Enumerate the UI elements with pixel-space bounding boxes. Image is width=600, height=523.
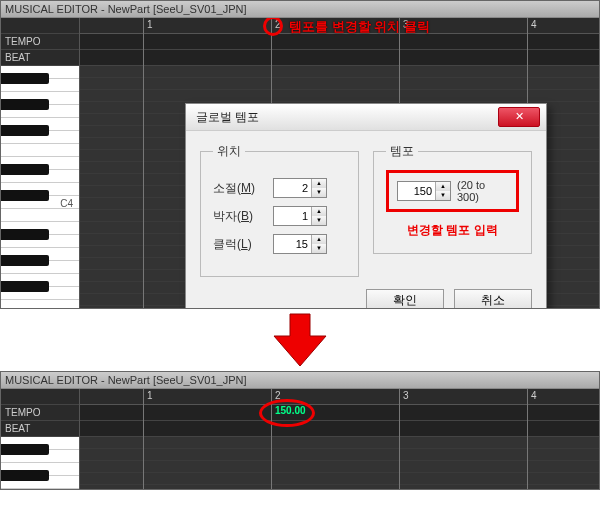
beat-stepper[interactable]: ▲▼	[273, 206, 327, 226]
beat-track[interactable]	[79, 50, 599, 66]
spin-up-icon[interactable]: ▲	[436, 182, 450, 191]
tempo-legend: 템포	[386, 143, 418, 160]
flow-arrow-icon	[0, 309, 600, 371]
tempo-highlight-box: ▲▼ (20 to 300)	[386, 170, 519, 212]
close-icon: ✕	[515, 110, 524, 122]
barline	[399, 389, 400, 489]
beat-track[interactable]	[79, 421, 599, 437]
clock-stepper[interactable]: ▲▼	[273, 234, 327, 254]
dialog-title-text: 글로벌 템포	[196, 110, 259, 124]
barline	[527, 389, 528, 489]
global-tempo-dialog: 글로벌 템포 ✕ 위치 소절(M) ▲▼	[185, 103, 547, 308]
beat-input[interactable]	[274, 207, 311, 225]
tempo-stepper[interactable]: ▲▼	[397, 181, 451, 201]
piano-keyboard[interactable]	[1, 437, 79, 489]
bar-ruler[interactable]: 1 2 3 4	[79, 389, 599, 405]
bar-tick[interactable]: 3	[399, 389, 409, 405]
measure-stepper[interactable]: ▲▼	[273, 178, 327, 198]
ok-button[interactable]: 확인	[366, 289, 444, 308]
bar-tick[interactable]: 4	[527, 18, 537, 34]
tempo-row-label: TEMPO	[1, 405, 79, 421]
window-title: MUSICAL EDITOR - NewPart [SeeU_SV01_JPN]	[1, 372, 599, 389]
spin-up-icon[interactable]: ▲	[312, 207, 326, 216]
beat-label: 박자(B)	[213, 208, 273, 225]
ruler-spacer	[1, 389, 79, 405]
tracks-area: TEMPO BEAT 1 2 3 4 150.00	[1, 389, 599, 489]
close-button[interactable]: ✕	[498, 107, 540, 127]
cancel-button[interactable]: 취소	[454, 289, 532, 308]
measure-label: 소절(M)	[213, 180, 273, 197]
position-legend: 위치	[213, 143, 245, 160]
c4-label: C4	[60, 198, 73, 209]
spin-down-icon[interactable]: ▼	[312, 188, 326, 197]
barline	[143, 18, 144, 308]
musical-editor-top: MUSICAL EDITOR - NewPart [SeeU_SV01_JPN]…	[0, 0, 600, 309]
clock-label: 클럭(L)	[213, 236, 273, 253]
spin-down-icon[interactable]: ▼	[312, 244, 326, 253]
spin-up-icon[interactable]: ▲	[312, 235, 326, 244]
left-column: TEMPO BEAT	[1, 389, 80, 489]
spin-down-icon[interactable]: ▼	[436, 191, 450, 200]
bar-tick[interactable]: 1	[143, 18, 153, 34]
measure-input[interactable]	[274, 179, 311, 197]
beat-row-label: BEAT	[1, 50, 79, 66]
ruler-spacer	[1, 18, 79, 34]
window-title: MUSICAL EDITOR - NewPart [SeeU_SV01_JPN]	[1, 1, 599, 18]
beat-row-label: BEAT	[1, 421, 79, 437]
annotation-tempo-note: 변경할 템포 입력	[386, 222, 519, 239]
note-grid[interactable]	[79, 437, 599, 489]
tracks-area: TEMPO BEAT C4	[1, 18, 599, 308]
musical-editor-bottom: MUSICAL EDITOR - NewPart [SeeU_SV01_JPN]…	[0, 371, 600, 490]
left-column: TEMPO BEAT C4	[1, 18, 80, 308]
dialog-body: 위치 소절(M) ▲▼ 박자(B) ▲▼	[186, 131, 546, 308]
tempo-row-label: TEMPO	[1, 34, 79, 50]
tempo-track[interactable]: 150.00	[79, 405, 599, 421]
annotation-ellipse-icon	[259, 399, 315, 427]
tempo-track[interactable]	[79, 34, 599, 50]
tempo-range-label: (20 to 300)	[457, 179, 508, 203]
piano-keyboard[interactable]: C4	[1, 66, 79, 308]
clock-input[interactable]	[274, 235, 311, 253]
annotation-click-label: 템포를 변경할 위치 클릭	[289, 18, 430, 36]
grid-area[interactable]: 1 2 3 4 150.00	[79, 389, 599, 489]
spin-up-icon[interactable]: ▲	[312, 179, 326, 188]
bar-tick[interactable]: 4	[527, 389, 537, 405]
tempo-input[interactable]	[398, 182, 435, 200]
bar-tick[interactable]: 1	[143, 389, 153, 405]
spin-down-icon[interactable]: ▼	[312, 216, 326, 225]
tempo-group: 템포 ▲▼ (20 to 300) 변경할 템포 입력	[373, 143, 532, 254]
barline	[143, 389, 144, 489]
position-group: 위치 소절(M) ▲▼ 박자(B) ▲▼	[200, 143, 359, 277]
dialog-title[interactable]: 글로벌 템포 ✕	[186, 104, 546, 131]
